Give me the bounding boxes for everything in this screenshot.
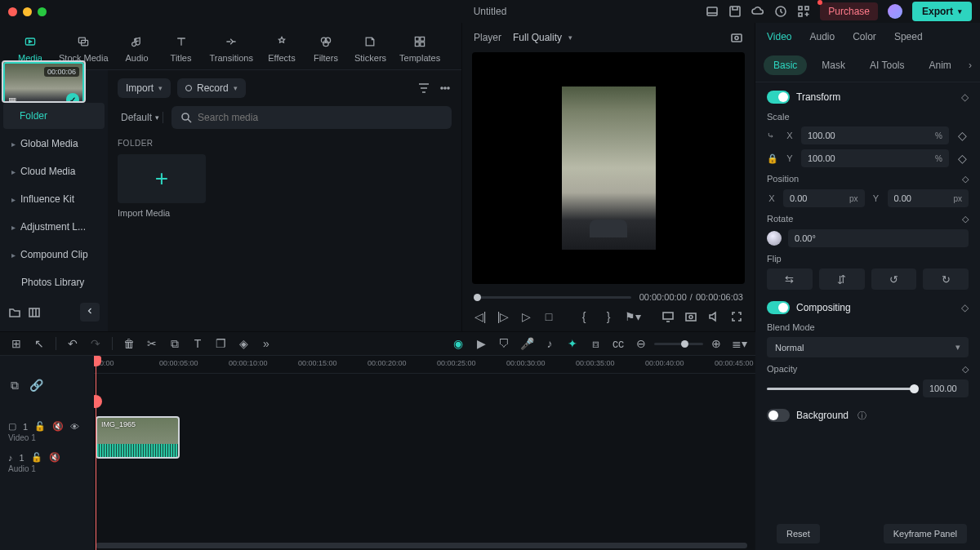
subtabs-more-icon[interactable]: › [969,60,972,71]
info-icon[interactable]: ⓘ [855,409,868,422]
apps-icon[interactable] [797,5,810,18]
search-media[interactable] [172,106,452,129]
video-preview[interactable] [472,52,745,284]
keyframe-icon[interactable]: ◇ [956,152,969,165]
keyframe-icon[interactable]: ◇ [962,214,969,224]
timeline-tracks[interactable]: 00:00 00:00:05:00 00:00:10:00 00:00:15:0… [94,356,755,550]
color-tag-icon[interactable]: ◈ [237,337,250,350]
keyframe-icon[interactable]: ◇ [962,364,969,375]
sidebar-influence-kit[interactable]: ▸Influence Kit [3,186,105,212]
close-window[interactable] [8,7,17,16]
fullscreen-icon[interactable] [730,310,743,323]
music-icon[interactable]: ♪ [543,337,556,350]
device-icon[interactable]: ⧈ [589,337,602,350]
save-icon[interactable] [728,5,742,18]
sidebar-compound-clip[interactable]: ▸Compound Clip [3,242,105,268]
nav-templates[interactable]: Templates [394,28,445,69]
compositing-toggle[interactable] [767,301,790,314]
play-icon[interactable]: ▷ [519,310,532,323]
tab-color[interactable]: Color [853,31,876,49]
keyframe-icon[interactable]: ◇ [961,302,969,313]
collapse-sidebar[interactable] [80,303,100,322]
link-icon[interactable]: 🔒 [767,153,778,164]
media-clip[interactable]: 00:00:06 ▦ ✓ IMG_1965 [2,60,86,103]
search-input[interactable] [198,112,443,123]
playhead[interactable] [96,356,96,550]
import-media-tile[interactable]: + Import Media [118,154,206,218]
maximize-window[interactable] [38,7,47,16]
sidebar-cloud-media[interactable]: ▸Cloud Media [3,158,105,184]
scale-y-field[interactable]: % [801,149,949,167]
pointer-icon[interactable]: ↖ [33,337,46,350]
flip-horizontal[interactable]: ⇆ [767,268,813,290]
undo-icon[interactable]: ↶ [66,337,79,350]
keyframe-icon[interactable]: ◇ [962,174,969,184]
lock-icon[interactable]: 🔓 [31,452,42,463]
redo-icon[interactable]: ↷ [89,337,102,350]
video-track-header[interactable]: ▢1 🔓🔇👁 Video 1 [0,416,94,447]
volume-icon[interactable] [707,310,720,323]
keyframe-icon[interactable]: ◇ [956,129,969,142]
timeline-scrollbar[interactable] [96,543,747,548]
export-button[interactable]: Export▾ [912,2,972,21]
caption-icon[interactable]: cc [612,337,625,350]
mute-icon[interactable]: 🔇 [52,421,64,432]
tab-video[interactable]: Video [767,31,791,49]
keyframe-icon[interactable]: ◇ [961,91,969,103]
record-button[interactable]: Record▾ [177,78,246,98]
prev-frame-icon[interactable]: ◁| [474,310,487,323]
rotate-ccw[interactable]: ↺ [871,268,917,290]
mark-in-icon[interactable]: { [577,310,590,323]
position-x-field[interactable]: px [783,189,865,207]
more-tools-icon[interactable]: » [260,337,273,350]
background-toggle[interactable] [767,409,790,422]
split-icon[interactable]: ✂ [145,337,158,350]
auto-reframe-icon[interactable]: ◉ [452,337,465,350]
mute-icon[interactable]: 🔇 [49,452,60,463]
voiceover-icon[interactable]: 🎤 [520,337,533,350]
blend-mode-select[interactable]: Normal▾ [767,337,969,357]
zoom-in-icon[interactable]: ⊕ [710,337,723,350]
position-y-field[interactable]: px [888,189,969,207]
zoom-out-icon[interactable]: ⊖ [635,337,648,350]
link-tracks-icon[interactable]: ⧉ [8,379,21,392]
new-folder-icon[interactable] [8,306,21,319]
render-icon[interactable]: ▶ [474,337,488,350]
sidebar-photos-library[interactable]: Photos Library [3,269,105,295]
more-icon[interactable] [439,82,452,95]
minimize-window[interactable] [23,7,32,16]
sidebar-global-media[interactable]: ▸Global Media [3,131,105,157]
shield-icon[interactable]: ⛉ [497,337,510,350]
sidebar-adjustment-layer[interactable]: ▸Adjustment L... [3,214,105,240]
support-icon[interactable] [774,5,787,18]
nav-filters[interactable]: Filters [305,28,346,69]
scrub-bar[interactable] [474,296,631,299]
user-avatar[interactable] [888,4,902,19]
nav-titles[interactable]: Titles [161,28,202,69]
nav-effects[interactable]: Effects [261,28,302,69]
rotate-cw[interactable]: ↻ [923,268,969,290]
time-ruler[interactable]: 00:00 00:00:05:00 00:00:10:00 00:00:15:0… [94,356,755,374]
nav-stickers[interactable]: Stickers [350,28,391,69]
auto-beat-icon[interactable]: ✦ [566,337,579,350]
purchase-button[interactable]: Purchase [820,2,878,20]
stop-icon[interactable]: □ [542,310,555,323]
zoom-slider[interactable] [654,343,703,345]
delete-icon[interactable]: 🗑 [122,337,136,350]
lock-icon[interactable]: 🔓 [34,421,46,432]
subtab-basic[interactable]: Basic [764,55,807,75]
subtab-mask[interactable]: Mask [812,55,855,75]
copy-icon[interactable]: ❐ [214,337,227,350]
timeline-clip[interactable]: IMG_1965 [96,416,180,459]
display-icon[interactable] [662,310,675,323]
keyframe-panel-button[interactable]: Keyframe Panel [884,524,967,543]
marker-dot[interactable] [94,395,102,408]
marker-icon[interactable]: ⚑▾ [626,310,639,323]
quality-select[interactable]: Full Quality▾ [513,32,572,43]
text-icon[interactable]: T [191,337,204,350]
layout-icon[interactable] [706,5,719,18]
timeline-view-icon[interactable]: ≣▾ [733,337,746,350]
sort-default[interactable]: Default▾ [118,112,163,123]
opacity-field[interactable] [923,379,969,397]
transform-toggle[interactable] [767,91,790,104]
